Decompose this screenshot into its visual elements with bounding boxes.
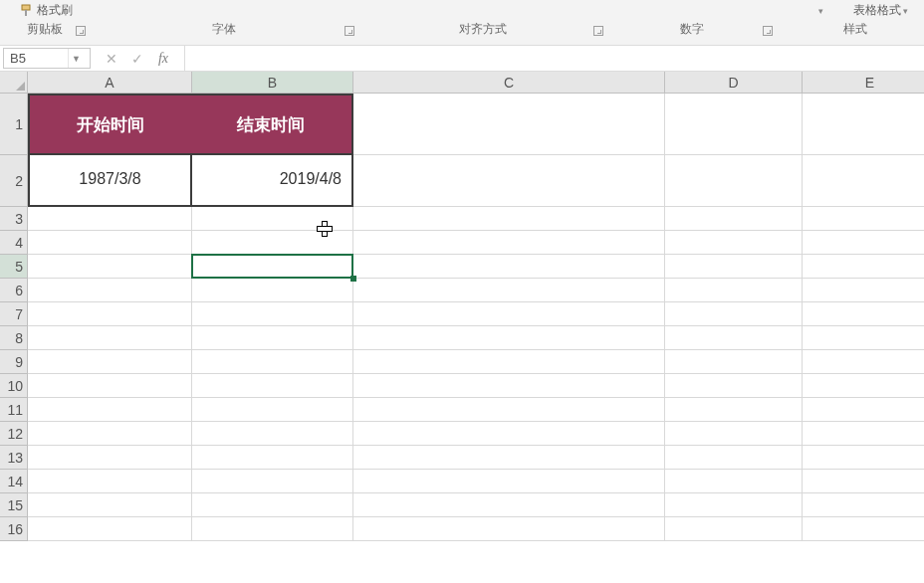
cell[interactable]	[353, 255, 665, 279]
row-header-11[interactable]: 11	[0, 398, 28, 422]
cell[interactable]	[353, 398, 665, 422]
cell[interactable]	[665, 517, 803, 541]
cell[interactable]	[665, 255, 803, 279]
column-header-c[interactable]: C	[353, 72, 665, 94]
cell[interactable]	[192, 374, 353, 398]
cell[interactable]	[665, 302, 803, 326]
cell[interactable]	[353, 493, 665, 517]
cell[interactable]	[192, 470, 353, 493]
row-header-15[interactable]: 15	[0, 493, 28, 517]
cell[interactable]	[353, 155, 665, 207]
cell[interactable]	[665, 155, 803, 207]
cell[interactable]	[665, 207, 803, 231]
cell[interactable]	[353, 302, 665, 326]
cell[interactable]	[803, 207, 924, 231]
cell[interactable]	[192, 279, 353, 302]
cell[interactable]	[192, 398, 353, 422]
cell[interactable]	[803, 517, 924, 541]
row-header-9[interactable]: 9	[0, 350, 28, 374]
cell[interactable]	[353, 94, 665, 155]
cell[interactable]	[28, 350, 192, 374]
cell[interactable]	[28, 255, 192, 279]
row-header-2[interactable]: 2	[0, 155, 28, 207]
row-header-12[interactable]: 12	[0, 422, 28, 446]
cell[interactable]	[803, 255, 924, 279]
cell[interactable]	[28, 470, 192, 493]
row-header-1[interactable]: 1	[0, 94, 28, 155]
cell[interactable]	[665, 231, 803, 255]
cell[interactable]	[28, 231, 192, 255]
cell[interactable]	[803, 279, 924, 302]
format-painter-icon[interactable]	[20, 4, 34, 18]
cell[interactable]	[353, 446, 665, 470]
name-box[interactable]: ▼	[3, 48, 91, 69]
cell[interactable]	[803, 470, 924, 493]
cell[interactable]	[192, 350, 353, 374]
clipboard-launcher-icon[interactable]	[76, 26, 86, 36]
cell[interactable]	[353, 422, 665, 446]
cell[interactable]	[28, 207, 192, 231]
cell[interactable]	[353, 231, 665, 255]
cell[interactable]	[192, 493, 353, 517]
cell[interactable]	[28, 398, 192, 422]
cell[interactable]	[353, 326, 665, 350]
row-header-8[interactable]: 8	[0, 326, 28, 350]
cell[interactable]	[353, 279, 665, 302]
row-header-7[interactable]: 7	[0, 302, 28, 326]
cell[interactable]	[665, 398, 803, 422]
cell[interactable]	[665, 446, 803, 470]
table-format-label[interactable]: 表格格式	[853, 2, 901, 19]
row-header-13[interactable]: 13	[0, 446, 28, 470]
cell[interactable]	[803, 155, 924, 207]
column-header-e[interactable]: E	[803, 72, 924, 94]
cell[interactable]	[665, 470, 803, 493]
cell[interactable]	[28, 493, 192, 517]
cell[interactable]	[803, 422, 924, 446]
cell[interactable]	[665, 422, 803, 446]
cell[interactable]	[192, 446, 353, 470]
row-header-5[interactable]: 5	[0, 255, 28, 279]
number-launcher-icon[interactable]	[763, 26, 773, 36]
row-header-14[interactable]: 14	[0, 470, 28, 493]
row-header-16[interactable]: 16	[0, 517, 28, 541]
font-launcher-icon[interactable]	[345, 26, 354, 36]
cell[interactable]	[665, 279, 803, 302]
cell[interactable]	[353, 350, 665, 374]
cell[interactable]	[803, 493, 924, 517]
cell[interactable]	[803, 446, 924, 470]
cell[interactable]	[803, 94, 924, 155]
column-header-d[interactable]: D	[665, 72, 803, 94]
fill-handle[interactable]	[350, 276, 356, 282]
cell-a2[interactable]: 1987/3/8	[28, 153, 192, 207]
cell[interactable]	[665, 493, 803, 517]
name-box-input[interactable]	[4, 51, 68, 66]
select-all-corner[interactable]	[0, 72, 28, 94]
cell[interactable]	[28, 279, 192, 302]
column-header-b[interactable]: B	[192, 72, 353, 94]
cell[interactable]	[803, 302, 924, 326]
cell[interactable]	[665, 94, 803, 155]
cell[interactable]	[28, 326, 192, 350]
cell[interactable]	[803, 374, 924, 398]
cell[interactable]	[665, 350, 803, 374]
cancel-button[interactable]: ✕	[99, 48, 124, 70]
row-header-3[interactable]: 3	[0, 207, 28, 231]
insert-function-button[interactable]: fx	[150, 48, 176, 70]
row-header-10[interactable]: 10	[0, 374, 28, 398]
formula-input[interactable]	[184, 46, 924, 71]
cell[interactable]	[803, 326, 924, 350]
row-header-4[interactable]: 4	[0, 231, 28, 255]
cell[interactable]	[192, 422, 353, 446]
confirm-button[interactable]: ✓	[124, 48, 150, 70]
cell[interactable]	[28, 422, 192, 446]
alignment-launcher-icon[interactable]	[593, 26, 603, 36]
cell[interactable]	[192, 255, 353, 279]
cell[interactable]	[803, 231, 924, 255]
cell[interactable]	[353, 374, 665, 398]
cell-a1-header[interactable]: 开始时间	[28, 94, 192, 155]
cell[interactable]	[803, 350, 924, 374]
cell[interactable]	[803, 398, 924, 422]
cell[interactable]	[353, 517, 665, 541]
cell[interactable]	[353, 470, 665, 493]
cell[interactable]	[28, 517, 192, 541]
